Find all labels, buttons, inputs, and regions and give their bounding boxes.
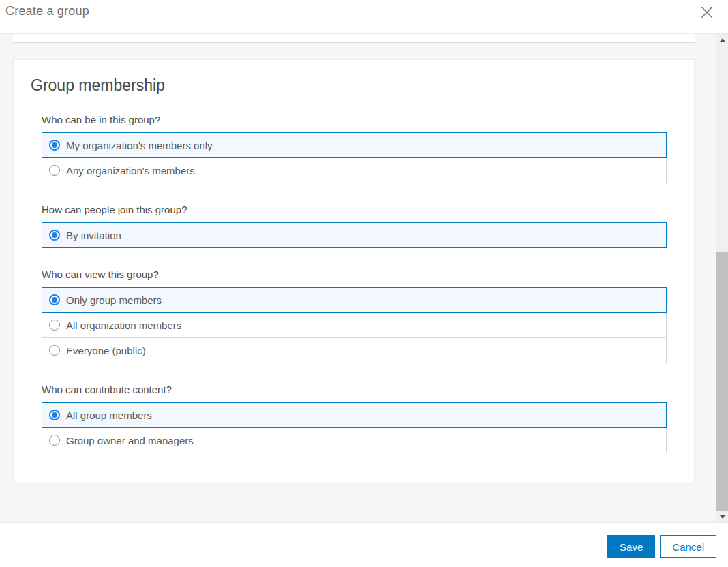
- radio-option-label: Any organization's members: [66, 165, 195, 177]
- dialog-footer: Save Cancel: [0, 522, 728, 567]
- radio-option-label: Only group members: [66, 294, 162, 306]
- question-label: Who can be in this group?: [42, 114, 667, 125]
- radio-icon: [49, 165, 60, 176]
- radio-option[interactable]: By invitation: [42, 222, 667, 248]
- radio-option-label: My organization's members only: [66, 140, 213, 151]
- section-title: Group membership: [31, 76, 667, 95]
- scroll-down-icon: [720, 515, 725, 519]
- radio-icon: [49, 294, 60, 305]
- question-group: Who can be in this group? My organizatio…: [42, 114, 667, 183]
- scrollbar-down-button[interactable]: [716, 511, 728, 522]
- radio-option[interactable]: Group owner and managers: [42, 427, 667, 453]
- group-membership-card: Group membership Who can be in this grou…: [13, 59, 695, 482]
- dialog-header: Create a group: [0, 0, 728, 34]
- radio-icon: [49, 345, 60, 356]
- radio-group: Only group members All organization memb…: [42, 287, 667, 363]
- radio-group: By invitation: [42, 222, 667, 248]
- radio-option-label: Everyone (public): [66, 345, 146, 356]
- question-group: Who can view this group? Only group memb…: [42, 269, 667, 363]
- scroll-up-icon: [720, 38, 725, 42]
- radio-option-label: All organization members: [66, 320, 181, 331]
- radio-option[interactable]: Only group members: [42, 287, 667, 313]
- dialog-scroll-area: Group membership Who can be in this grou…: [0, 34, 728, 522]
- radio-option[interactable]: Any organization's members: [42, 157, 667, 183]
- save-button[interactable]: Save: [607, 535, 655, 558]
- scroll-content: Group membership Who can be in this grou…: [0, 34, 716, 482]
- vertical-scrollbar[interactable]: [716, 34, 728, 522]
- radio-icon: [49, 435, 60, 446]
- radio-option-label: Group owner and managers: [66, 435, 194, 446]
- radio-group: My organization's members only Any organ…: [42, 132, 667, 183]
- radio-option[interactable]: All group members: [42, 402, 667, 428]
- radio-option-label: All group members: [66, 410, 152, 421]
- radio-option[interactable]: My organization's members only: [42, 132, 667, 158]
- question-group: Who can contribute content? All group me…: [42, 384, 667, 453]
- dialog-title: Create a group: [5, 4, 89, 18]
- scrollbar-thumb[interactable]: [716, 252, 728, 511]
- radio-option-label: By invitation: [66, 230, 121, 241]
- radio-icon: [49, 140, 60, 151]
- radio-icon: [49, 230, 60, 241]
- close-icon: [699, 5, 714, 20]
- close-button[interactable]: [697, 2, 717, 22]
- question-label: Who can contribute content?: [42, 384, 667, 395]
- radio-icon: [49, 410, 60, 420]
- previous-section-card-edge: [13, 34, 695, 43]
- questions: Who can be in this group? My organizatio…: [31, 114, 667, 453]
- radio-group: All group members Group owner and manage…: [42, 402, 667, 453]
- question-group: How can people join this group? By invit…: [42, 204, 667, 248]
- scrollbar-up-button[interactable]: [716, 34, 728, 45]
- radio-option[interactable]: Everyone (public): [42, 337, 667, 363]
- question-label: How can people join this group?: [42, 204, 667, 215]
- question-label: Who can view this group?: [42, 269, 667, 280]
- create-group-dialog: Create a group Group membership Who can …: [0, 0, 728, 567]
- radio-icon: [49, 320, 60, 331]
- cancel-button[interactable]: Cancel: [660, 535, 716, 558]
- radio-option[interactable]: All organization members: [42, 312, 667, 338]
